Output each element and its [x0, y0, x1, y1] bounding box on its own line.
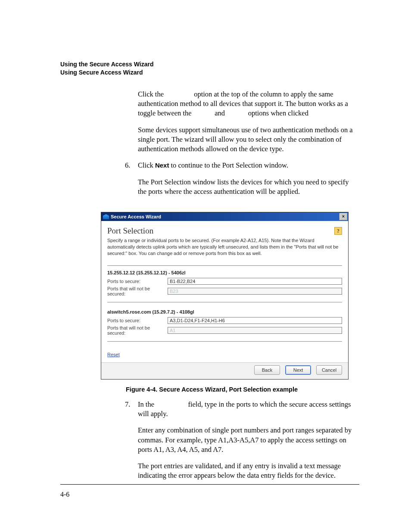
back-button[interactable]: Back — [254, 365, 280, 375]
step-number: 6. — [125, 161, 138, 203]
paragraph: Enter any combination of single port num… — [138, 426, 358, 454]
device-title: 15.255.12.12 (15.255.12.12) - 5406zl — [107, 270, 342, 275]
body-text-block: 7. In the field, type in the ports to wh… — [125, 400, 358, 488]
step-content: In the field, type in the ports to which… — [138, 400, 358, 488]
wizard-intro: Specify a range or individual ports to b… — [107, 237, 342, 257]
window-title: Secure Access Wizard — [111, 214, 161, 219]
field-label: Ports to secure: — [107, 318, 168, 323]
close-icon[interactable]: × — [339, 213, 347, 220]
paragraph: Click the option at the top of the colum… — [138, 90, 358, 118]
device-group: 15.255.12.12 (15.255.12.12) - 5406zl Por… — [107, 265, 342, 302]
text: to continue to the Port Selection window… — [169, 161, 288, 169]
running-header: Using the Secure Access Wizard Using Sec… — [60, 60, 359, 77]
text: Click — [138, 161, 155, 169]
app-icon — [103, 214, 109, 219]
running-header-line1: Using the Secure Access Wizard — [60, 60, 359, 68]
paragraph: The Port Selection window lists the devi… — [138, 177, 358, 197]
title-left: Secure Access Wizard — [103, 214, 161, 219]
device-title: alswitch5.rose.com (15.29.7.2) - 4108gl — [107, 309, 342, 314]
wizard-heading: Port Selection — [107, 226, 153, 236]
titlebar: Secure Access Wizard × — [101, 212, 348, 221]
ports-to-secure-input[interactable] — [168, 317, 342, 324]
field-row: Ports that will not be secured: — [107, 325, 342, 336]
field-row: Ports to secure: — [107, 278, 342, 285]
next-bold: Next — [155, 162, 169, 169]
paragraph: In the field, type in the ports to which… — [138, 400, 358, 419]
ports-not-secured-input[interactable] — [168, 288, 342, 295]
ports-to-secure-input[interactable] — [168, 278, 342, 285]
document-page: Using the Secure Access Wizard Using Sec… — [0, 0, 411, 532]
wizard-body: Port Selection ? Specify a range or indi… — [101, 221, 348, 362]
body-text-block: Click the option at the top of the colum… — [138, 90, 358, 154]
field-label: Ports that will not be secured: — [107, 325, 168, 336]
field-row: Ports to secure: — [107, 317, 342, 324]
button-bar: Back Next Cancel — [101, 362, 348, 379]
page-number: 4-6 — [60, 491, 69, 498]
field-label: Ports that will not be secured: — [107, 286, 168, 296]
paragraph: The port entries are validated, and if a… — [138, 461, 358, 481]
cancel-button[interactable]: Cancel — [316, 365, 342, 375]
step-row: 6. Click Next to continue to the Port Se… — [125, 161, 358, 203]
figure-caption: Figure 4-4. Secure Access Wizard, Port S… — [126, 386, 359, 393]
ports-not-secured-input[interactable] — [168, 327, 342, 334]
next-button[interactable]: Next — [285, 365, 311, 375]
field-label: Ports to secure: — [107, 279, 168, 284]
reset-link[interactable]: Reset — [107, 352, 120, 357]
body-text-block: 6. Click Next to continue to the Port Se… — [125, 161, 358, 203]
running-header-line2: Using Secure Access Wizard — [60, 68, 359, 77]
step-row: 7. In the field, type in the ports to wh… — [125, 400, 358, 488]
help-icon[interactable]: ? — [334, 227, 342, 235]
footer-rule — [60, 484, 359, 485]
field-row: Ports that will not be secured: — [107, 286, 342, 296]
step-number: 7. — [125, 400, 138, 488]
wizard-window: Secure Access Wizard × Port Selection ? … — [101, 212, 349, 380]
device-group: alswitch5.rose.com (15.29.7.2) - 4108gl … — [107, 305, 342, 342]
paragraph: Some devices support simultaneous use of… — [138, 125, 358, 154]
wizard-heading-row: Port Selection ? — [107, 226, 342, 236]
step-content: Click Next to continue to the Port Selec… — [138, 161, 358, 203]
